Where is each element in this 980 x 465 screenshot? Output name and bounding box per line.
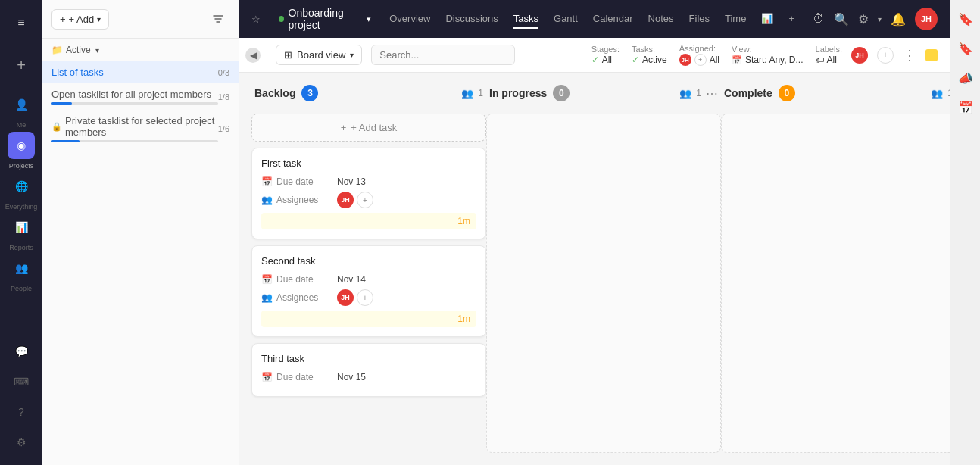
nav-notes[interactable]: Notes <box>648 10 674 29</box>
yellow-label-tag[interactable] <box>925 49 938 61</box>
chevron-settings-icon[interactable]: ▾ <box>878 15 882 23</box>
nav-files[interactable]: Files <box>689 10 710 29</box>
folder-icon: 📁 <box>51 45 63 55</box>
add-task-button[interactable]: + + Add task <box>251 114 486 142</box>
calendar-meta-icon-1: 📅 <box>261 176 273 187</box>
add-label: + Add <box>69 14 95 25</box>
settings-icon[interactable]: ⚙ <box>858 12 869 27</box>
assigned-avatar: JH <box>679 54 691 66</box>
filter-button[interactable] <box>207 8 229 30</box>
nav-calendar[interactable]: Calendar <box>593 10 633 29</box>
user-avatar-toolbar[interactable]: JH <box>851 47 868 64</box>
complete-count-badge: 0 <box>779 85 795 101</box>
tag-icon: 🏷 <box>816 55 824 64</box>
user-avatar[interactable]: JH <box>915 8 938 30</box>
chat-icon[interactable]: 💬 <box>8 338 35 365</box>
nav-time[interactable]: Time <box>725 10 746 29</box>
add-button[interactable]: + + Add ▾ <box>51 9 109 30</box>
search-input[interactable] <box>371 45 515 65</box>
nav-chart-icon[interactable]: 📊 <box>761 10 773 29</box>
right-bookmark-icon[interactable]: 🔖 <box>955 9 976 30</box>
in-progress-more-icon[interactable]: ⋯ <box>706 86 718 101</box>
nav-gantt[interactable]: Gantt <box>554 10 578 29</box>
me-nav-icon[interactable]: 👤 <box>8 91 35 118</box>
task-third-title: Third task <box>261 353 476 364</box>
tasks-check-icon: ✓ <box>632 55 639 65</box>
column-in-progress: In progress 0 👥 1 ⋯ <box>486 85 721 453</box>
main-content: ☆ Onboarding project ▾ Overview Discussi… <box>239 0 950 465</box>
collapse-sidebar-button[interactable]: ◀ <box>245 48 261 63</box>
add-task-plus-icon: + <box>341 122 347 133</box>
people-meta-icon-1: 👥 <box>261 195 273 205</box>
nav-item-private-tasklist[interactable]: 🔒 Private tasklist for selected project … <box>42 110 239 148</box>
nav-plus-icon[interactable]: + <box>788 10 794 29</box>
everything-nav-icon[interactable]: 🌐 <box>8 173 35 200</box>
people-nav-icon[interactable]: 👥 <box>8 254 35 282</box>
project-name: Onboarding project <box>289 7 363 31</box>
search-top-icon[interactable]: 🔍 <box>834 12 849 27</box>
right-calendar-icon[interactable]: 📅 <box>955 98 976 118</box>
complete-people-icon: 👥 <box>931 88 943 99</box>
me-label: Me <box>17 121 27 129</box>
task-card-third[interactable]: Third task 📅 Due date Nov 15 <box>251 343 486 397</box>
task-second-more-assignees[interactable]: + <box>357 289 373 306</box>
task-second-title: Second task <box>261 255 476 267</box>
task-card-second[interactable]: Second task 📅 Due date Nov 14 👥 Assignee… <box>251 245 486 337</box>
people-icon-group: 👥 People <box>8 254 35 292</box>
right-megaphone-icon[interactable]: 📣 <box>955 68 976 89</box>
in-progress-title: In progress <box>489 87 547 99</box>
star-icon[interactable]: ☆ <box>251 14 261 25</box>
active-filter-label: Active <box>66 45 91 55</box>
reports-icon-group: 📊 Reports <box>8 214 35 251</box>
everything-icon-group: 🌐 Everything <box>5 173 38 211</box>
right-bookmark2-icon[interactable]: 🔖 <box>955 39 976 59</box>
filter-icon <box>212 13 224 25</box>
nav-tasks[interactable]: Tasks <box>513 10 538 29</box>
tasks-filter[interactable]: Tasks: ✓ Active <box>632 45 667 65</box>
stages-check-icon: ✓ <box>591 55 599 65</box>
backlog-header-icons: 👥 1 <box>461 88 483 99</box>
active-filter[interactable]: 📁 Active ▾ <box>42 39 239 61</box>
help-icon[interactable]: ? <box>8 398 35 426</box>
me-icon-group: 👤 Me <box>8 91 35 129</box>
complete-header-icons: 👥 1 <box>931 88 950 99</box>
in-progress-count-badge: 0 <box>553 85 570 101</box>
active-chevron-icon: ▾ <box>95 46 99 55</box>
nav-item-open-tasklist[interactable]: Open tasklist for all project members 1/… <box>42 83 239 110</box>
keyboard-icon[interactable]: ⌨ <box>8 368 35 395</box>
menu-icon[interactable]: ≡ <box>8 9 35 36</box>
reports-nav-icon[interactable]: 📊 <box>8 214 35 241</box>
task-card-first[interactable]: First task 📅 Due date Nov 13 👥 Assignees… <box>251 148 486 239</box>
add-icon-group: + <box>8 51 35 79</box>
stages-filter[interactable]: Stages: ✓ All <box>591 45 620 65</box>
task-third-due: 📅 Due date Nov 15 <box>261 372 476 382</box>
assigned-plus-more: + <box>694 54 707 66</box>
labels-filter[interactable]: Labels: 🏷 All <box>816 45 842 65</box>
more-assignees-button[interactable]: + <box>877 47 894 64</box>
column-backlog-header: Backlog 3 👥 1 <box>251 85 486 108</box>
clock-icon[interactable]: ⏱ <box>813 12 825 26</box>
nav-discussions[interactable]: Discussions <box>445 10 498 29</box>
stages-value: All <box>602 55 612 65</box>
in-progress-member-count: 1 <box>696 88 701 98</box>
task-first-assignee-row: JH + <box>337 192 373 208</box>
view-filter[interactable]: View: 📅 Start: Any, D... <box>732 45 803 65</box>
settings-bottom-icon[interactable]: ⚙ <box>8 429 35 456</box>
reports-label: Reports <box>9 244 33 251</box>
task-third-due-value: Nov 15 <box>337 372 366 382</box>
projects-nav-icon[interactable]: ◉ <box>8 132 35 159</box>
task-first-due: 📅 Due date Nov 13 <box>261 176 476 187</box>
column-complete-header: Complete 0 👥 1 <box>721 85 950 108</box>
task-first-more-assignees[interactable]: + <box>357 192 373 208</box>
nav-overview[interactable]: Overview <box>389 10 430 29</box>
calendar-icon: 📅 <box>732 55 742 65</box>
tasks-value: Active <box>642 55 667 65</box>
board-icon: ⊞ <box>284 49 292 61</box>
assigned-filter[interactable]: Assigned: JH + All <box>679 44 719 66</box>
nav-item-list-of-tasks[interactable]: List of tasks 0/3 <box>42 61 239 83</box>
project-title[interactable]: Onboarding project ▾ <box>279 7 371 31</box>
bell-icon[interactable]: 🔔 <box>891 12 906 27</box>
add-icon[interactable]: + <box>8 51 35 79</box>
board-view-button[interactable]: ⊞ Board view ▾ <box>276 45 362 65</box>
more-options-button[interactable]: ⋮ <box>903 47 916 64</box>
